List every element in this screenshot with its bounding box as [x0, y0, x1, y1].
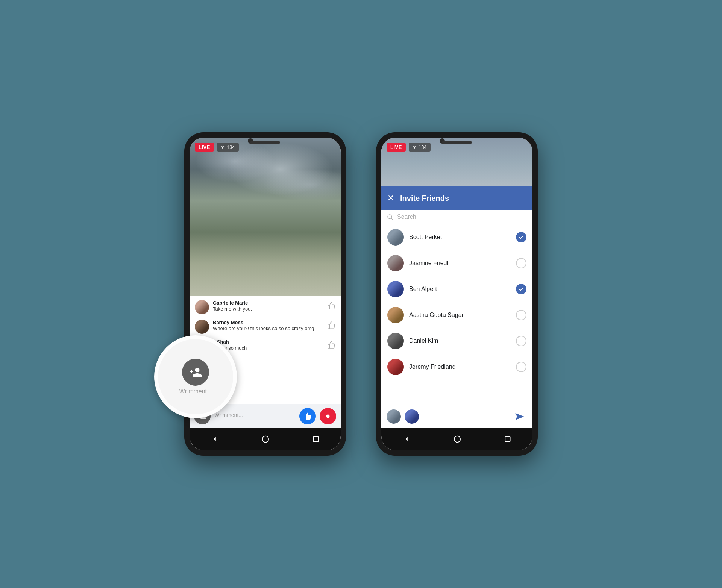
check-daniel[interactable]: [516, 336, 526, 346]
comment-text-1: Take me with you.: [213, 306, 323, 312]
phone-2: LIVE 👁 134 ✕ Invite Friends Search: [376, 132, 538, 456]
comment-name-3: e Shah: [213, 339, 323, 345]
friend-name-scott: Scott Perket: [409, 234, 511, 241]
video-area-1: LIVE 👁 134: [190, 138, 341, 296]
friend-item-ben[interactable]: Ben Alpert: [381, 276, 532, 302]
square-nav-icon-2[interactable]: [504, 435, 511, 443]
comment-body-2: Barney Moss Where are you?! this looks s…: [213, 320, 323, 332]
comment-name-1: Gabrielle Marie: [213, 300, 323, 306]
like-icon-1[interactable]: [327, 302, 335, 310]
home-nav-icon[interactable]: [261, 435, 270, 443]
svg-line-5: [391, 218, 393, 220]
close-button[interactable]: ✕: [387, 193, 394, 203]
svg-marker-7: [406, 437, 408, 441]
friend-name-aastha: Aastha Gupta Sagar: [409, 312, 511, 318]
like-icon-2[interactable]: [327, 321, 335, 329]
video-area-2: LIVE 👁 134: [381, 138, 532, 186]
back-nav-icon-2[interactable]: [402, 435, 411, 443]
zoom-content: Wr mment...: [179, 359, 212, 395]
live-badge-row-2: LIVE 👁 134: [387, 143, 431, 152]
comment-2: Barney Moss Where are you?! this looks s…: [195, 320, 335, 334]
send-button[interactable]: [512, 409, 527, 424]
live-badge-1: LIVE: [195, 143, 214, 152]
friend-item-aastha[interactable]: Aastha Gupta Sagar: [381, 302, 532, 328]
phone-2-nav: [381, 428, 532, 450]
check-jeremy[interactable]: [516, 362, 526, 372]
friend-name-jasmine: Jasmine Friedl: [409, 260, 511, 267]
friend-name-jeremy: Jeremy Friedland: [409, 364, 511, 370]
avatar-aastha: [387, 307, 404, 323]
avatar-scott: [387, 229, 404, 246]
back-nav-icon[interactable]: [211, 435, 219, 443]
like-icon-3[interactable]: [327, 341, 335, 349]
comment-1: Gabrielle Marie Take me with you.: [195, 300, 335, 314]
invite-header: ✕ Invite Friends: [381, 186, 532, 210]
view-number-2: 134: [419, 144, 427, 150]
svg-point-2: [262, 436, 269, 443]
avatar-gabrielle: [195, 300, 209, 314]
check-ben[interactable]: [516, 284, 526, 294]
phone-speaker-1: [250, 141, 280, 144]
avatar-jasmine: [387, 255, 404, 271]
selected-avatar-ben: [405, 409, 419, 424]
live-badge-2: LIVE: [387, 143, 406, 152]
svg-rect-9: [505, 436, 510, 441]
view-number-1: 134: [227, 144, 235, 150]
home-nav-icon-2[interactable]: [453, 435, 461, 443]
comment-body-3: e Shah ve this so much: [213, 339, 323, 352]
avatar-ben: [387, 281, 404, 297]
viewer-count-1: 👁 134: [217, 143, 239, 152]
live-action-button[interactable]: [320, 408, 336, 424]
phone-speaker-2: [442, 141, 472, 144]
comment-text-2: Where are you?! this looks so so so craz…: [213, 325, 323, 332]
avatar-barney: [195, 320, 209, 334]
search-icon: [387, 214, 393, 220]
comment-name-2: Barney Moss: [213, 320, 323, 325]
friend-name-daniel: Daniel Kim: [409, 338, 511, 344]
selected-row: [381, 405, 532, 428]
selected-avatar-scott: [387, 409, 401, 424]
live-badge-row-1: LIVE 👁 134: [195, 143, 239, 152]
zoom-comment-placeholder: Wr mment...: [179, 388, 212, 395]
svg-rect-3: [313, 436, 318, 441]
svg-point-4: [388, 215, 392, 219]
phone-2-screen: LIVE 👁 134 ✕ Invite Friends Search: [381, 138, 532, 450]
svg-point-8: [454, 436, 461, 443]
svg-marker-1: [214, 437, 216, 441]
eye-icon-1: 👁: [221, 145, 225, 150]
friends-list: Scott Perket Jasmine Friedl Ben Alpert: [381, 224, 532, 405]
friend-item-jasmine[interactable]: Jasmine Friedl: [381, 250, 532, 276]
friend-item-jeremy[interactable]: Jeremy Friedland: [381, 354, 532, 380]
comment-input-1[interactable]: Wr mment...: [214, 412, 296, 420]
svg-marker-6: [515, 413, 524, 420]
comment-text-3: ve this so much: [213, 345, 323, 352]
friend-name-ben: Ben Alpert: [409, 286, 511, 292]
eye-icon-2: 👁: [413, 145, 417, 150]
like-action-button[interactable]: [299, 408, 316, 424]
friend-item-daniel[interactable]: Daniel Kim: [381, 328, 532, 354]
check-jasmine[interactable]: [516, 258, 526, 268]
video-clouds: [190, 138, 341, 296]
invite-title: Invite Friends: [400, 194, 449, 203]
svg-point-0: [326, 414, 330, 418]
comment-body-1: Gabrielle Marie Take me with you.: [213, 300, 323, 312]
search-input[interactable]: Search: [397, 214, 416, 220]
phone-1-nav: [190, 428, 341, 450]
viewer-count-2: 👁 134: [409, 143, 431, 152]
search-bar: Search: [381, 210, 532, 224]
zoom-circle: Wr mment...: [154, 335, 237, 418]
zoom-add-friend-button[interactable]: [182, 359, 209, 386]
avatar-jeremy: [387, 359, 404, 375]
phone-2-content: LIVE 👁 134 ✕ Invite Friends Search: [381, 138, 532, 450]
check-aastha[interactable]: [516, 310, 526, 320]
square-nav-icon[interactable]: [312, 435, 320, 443]
check-scott[interactable]: [516, 232, 526, 242]
friend-item-scott[interactable]: Scott Perket: [381, 224, 532, 250]
avatar-daniel: [387, 333, 404, 349]
phone-1: LIVE 👁 134 Gabrielle Marie Take me with …: [184, 132, 346, 456]
